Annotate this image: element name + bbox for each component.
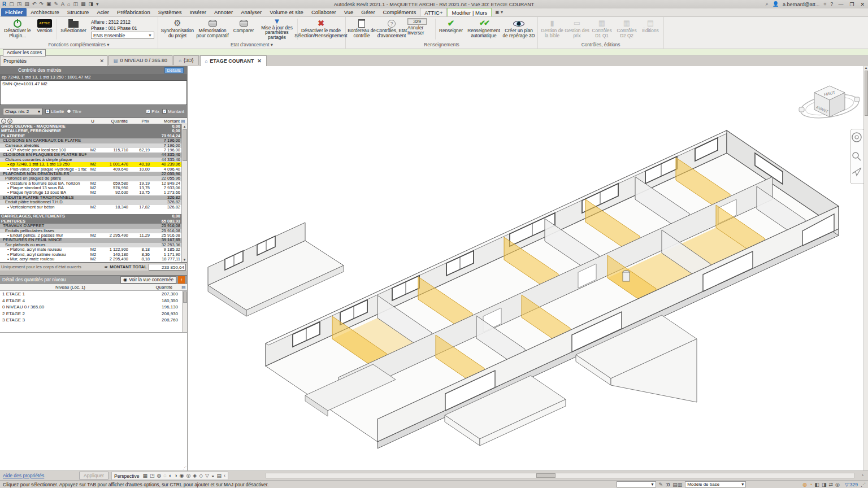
properties-palette-tab[interactable]: Propriétés ✕	[0, 55, 107, 66]
metric-row[interactable]: CARRELAGES, REVETEMENTS0,00	[0, 214, 181, 219]
deactivate-plugin-button[interactable]: Désactiver le Plugin...	[2, 18, 33, 41]
revit-logo-icon[interactable]: R	[2, 1, 6, 8]
metric-row[interactable]: CLOISONS EN PLAQUES DE PLATRE SUR OSSATU…	[0, 152, 181, 157]
metric-table[interactable]: GROS OEUVRE - MAÇONNERIE0,00METALLERIE, …	[0, 124, 181, 262]
details-button[interactable]: Détails	[164, 67, 184, 73]
minimize-button[interactable]: —	[837, 2, 844, 7]
search-icon[interactable]: ⌕	[766, 1, 769, 8]
metric-row[interactable]: Sur plafonds ou murs32 253,36	[0, 243, 181, 247]
menu-tab-volume-et-site[interactable]: Volume et site	[266, 8, 307, 16]
metric-row[interactable]: Plafonds en plaques de plâtre22 055,96	[0, 176, 181, 181]
prix-checkbox[interactable]: ✓Prix	[146, 109, 159, 114]
metric-row[interactable]: TRAVAUX D'APPRET25 916,08	[0, 224, 181, 228]
bordereau-button[interactable]: Bordereau de contrôle	[348, 18, 376, 41]
default-3d-view-icon[interactable]: ⌂	[67, 1, 70, 8]
text-icon[interactable]: A	[61, 1, 64, 8]
visual-style-icon[interactable]: ◍	[157, 472, 161, 480]
app-store-icon[interactable]: ⌗	[823, 1, 826, 8]
titre-toggle[interactable]: Titre	[67, 109, 81, 114]
customize-qat-icon[interactable]: ▾	[96, 1, 99, 8]
close-view-icon[interactable]: ✕	[257, 58, 262, 64]
libelle-toggle[interactable]: +Libellé	[45, 109, 64, 114]
menu-tab-analyser[interactable]: Analyser	[237, 8, 266, 16]
metric-row[interactable]: PLAFONDS NON DEMONTABLES22 055,96	[0, 172, 181, 176]
metric-row[interactable]: • CP alvéolé pour local sec 100M2115,710…	[0, 148, 181, 152]
apply-button[interactable]: Appliquer	[79, 472, 108, 480]
see-view-button[interactable]: ◉Voir la vue concernée	[120, 276, 176, 284]
undo-icon[interactable]: ↶	[32, 1, 37, 8]
controls-d1q1-button[interactable]: ▦ Contrôles D1 Q1	[589, 18, 614, 41]
collapse-icon[interactable]: ∨	[7, 119, 12, 124]
menu-tab-modifier-murs[interactable]: Modifier | Murs	[447, 8, 492, 16]
canvas-horizontal-scrollbar[interactable]	[266, 473, 854, 478]
ensemble-dropdown[interactable]: ENS Ensemble▼	[91, 32, 154, 39]
press-drag-icon[interactable]: ◨	[822, 482, 827, 487]
chapter-level-dropdown[interactable]: Chap. niv. 2▾	[3, 108, 42, 115]
menu-tab-g-rer[interactable]: Gérer	[357, 8, 379, 16]
new-icon[interactable]: ▢	[9, 1, 14, 8]
version-button[interactable]: ATTIC Version	[33, 18, 56, 41]
metric-row[interactable]: • Mur, acryl mate rouleauM22 295,4908,18…	[0, 257, 181, 262]
constraints-icon[interactable]: ▤	[216, 472, 222, 480]
metric-row[interactable]: Carreaux alvéolés7 196,00	[0, 143, 181, 148]
activate-dimensions-button[interactable]: Activer les cotes	[3, 49, 46, 56]
sun-path-icon[interactable]: ◌	[163, 472, 166, 480]
deactivate-mode-button[interactable]: ✖ Désactiver le mode Sélection/Renseigne…	[298, 18, 344, 41]
open-icon[interactable]: ◳	[17, 1, 22, 8]
level-row[interactable]: 2 ETAGE 2208,930	[0, 311, 187, 317]
resize-grip[interactable]: ⋰	[183, 465, 186, 470]
view-tab-0-niveau-0-365-80[interactable]: ▤0 NIVEAU 0 / 365.80	[108, 55, 172, 65]
menu-tab-syst-mes[interactable]: Systèmes	[154, 8, 186, 16]
switch-windows-icon[interactable]: ◨	[88, 1, 93, 8]
detail-level-icon[interactable]: ◳	[150, 472, 155, 480]
menu-tab-structure[interactable]: Structure	[63, 8, 93, 16]
menu-tab-collaborer[interactable]: Collaborer	[307, 8, 340, 16]
temporary-view-properties-icon[interactable]: ▽	[205, 472, 209, 480]
clipboard-icon[interactable]: ▤	[180, 285, 187, 290]
menu-tab-fichier[interactable]: Fichier	[1, 8, 27, 16]
rendering-icon[interactable]: ◑	[174, 472, 177, 480]
level-row[interactable]: 0 NIVEAU 0 / 365.80196,130	[0, 304, 187, 311]
metric-row[interactable]: • Plus-value pour plaque Hydrofuge - 1 f…	[0, 167, 181, 172]
metric-row[interactable]: PEINTURES EN FEUIL MINCE39 167,85	[0, 238, 181, 242]
filter-button[interactable]: ▽:329	[845, 482, 858, 487]
navigation-bar[interactable]	[850, 129, 863, 184]
metric-row[interactable]: • Ossature à fourrure sous BA, horizonM2…	[0, 181, 181, 186]
modify-options-icon[interactable]: ▣ ▾	[495, 8, 503, 16]
memorize-button[interactable]: Mémorisation pour comparatif	[195, 18, 230, 41]
expand-icon[interactable]: ›	[1, 119, 6, 124]
renseigner-button[interactable]: ✔ Renseigner	[436, 18, 466, 41]
view-control-bar[interactable]: Perspective ▦◳◍◌◐◑◉◎◈◇▽◒▤‹	[111, 472, 228, 480]
controls-d2q2-button[interactable]: ▦ Contrôles D2 Q2	[614, 18, 639, 41]
menu-tab-annoter[interactable]: Annoter	[210, 8, 237, 16]
crop-view-icon[interactable]: ◉	[180, 472, 184, 480]
collapse-icon[interactable]: ‹	[224, 472, 225, 480]
create-3d-plan-button[interactable]: Créer un plan de repérage 3D	[502, 18, 536, 41]
montant-checkbox[interactable]: ✓Montant	[162, 109, 184, 114]
metric-row[interactable]: PLATRERIE73 914,24	[0, 134, 181, 138]
metric-row[interactable]: • Verticalement sur bétonM218,34017,8232…	[0, 205, 181, 210]
bible-button[interactable]: ▮ Gestion de la bible	[540, 18, 565, 41]
metric-row[interactable]: • Plafond, acryl mate rouleauM21 122,900…	[0, 247, 181, 252]
menu-tab-ins-rer[interactable]: Insérer	[185, 8, 210, 16]
view-cube[interactable]: HAUT AVANT	[798, 86, 860, 122]
quick-access-toolbar[interactable]: R▢◳▤↶↷▣✎A⌂◫▦◨▾	[2, 1, 98, 8]
level-row[interactable]: 1 ETAGE 1207,300	[0, 291, 187, 298]
group-label-fonctions[interactable]: Fonctions complémentaires ▾	[0, 41, 158, 49]
view-tab--3d-[interactable]: ⌂{3D}	[173, 55, 198, 65]
update-shared-params-button[interactable]: ▼ Mise à jour des paramètres partagés	[257, 18, 297, 41]
metric-row[interactable]: • Mur, acryl satinée rouleauM2373,0908,3…	[0, 262, 181, 262]
account-name[interactable]: a.bernard@att...	[783, 2, 819, 7]
select-button[interactable]: Sélectionner	[58, 18, 89, 41]
print-icon[interactable]: ▣	[46, 1, 51, 8]
clipboard-icon[interactable]: ▤	[180, 119, 186, 124]
section-icon[interactable]: ◫	[73, 1, 78, 8]
exclude-options-icon[interactable]: ◧	[814, 482, 819, 487]
crop-region-icon[interactable]: ◎	[186, 472, 190, 480]
analytical-model-icon[interactable]: ◒	[211, 472, 214, 480]
group-label-renseignements[interactable]: Renseignements	[346, 41, 537, 49]
scroll-right-arrow[interactable]: ›	[862, 473, 863, 478]
detail-scrollbar[interactable]	[182, 291, 187, 332]
menu-tab-acier[interactable]: Acier	[93, 8, 113, 16]
metric-row[interactable]: • Plaque standard 13 sous BAM2576,95013,…	[0, 186, 181, 190]
